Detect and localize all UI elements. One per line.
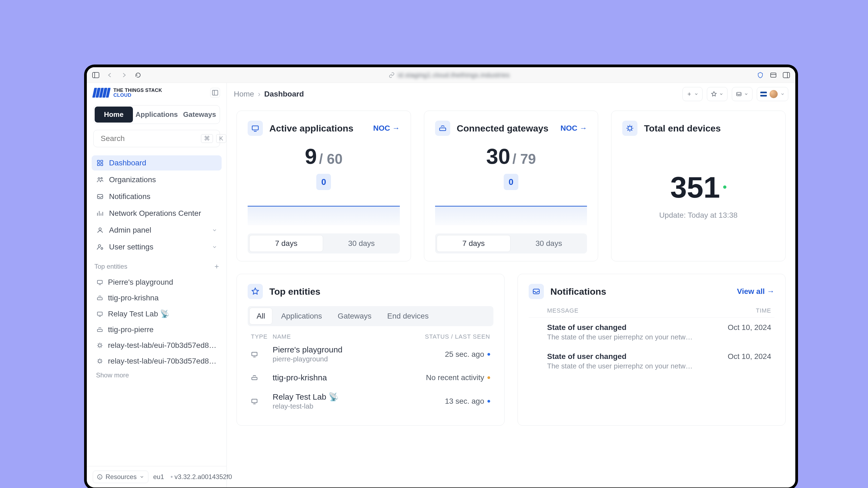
delta-pill: 0 <box>316 174 331 190</box>
apps-icon <box>248 121 263 136</box>
noc-link[interactable]: NOC → <box>560 124 587 133</box>
device-inner: id.staging1.cloud.thethings.industries <box>87 67 795 487</box>
notification-row[interactable]: State of user changedThe state of the us… <box>529 347 774 376</box>
url-bar[interactable]: id.staging1.cloud.thethings.industries <box>148 71 750 79</box>
panel-top-entities: Top entities All Applications Gateways E… <box>237 274 504 426</box>
collapse-sidebar-button[interactable] <box>210 88 220 98</box>
logo[interactable]: THE THINGS STACK CLOUD <box>93 88 162 98</box>
svg-rect-27 <box>98 360 101 362</box>
menu-organizations[interactable]: Organizations <box>92 172 222 187</box>
crumb-home[interactable]: Home <box>234 90 254 98</box>
svg-point-17 <box>99 228 101 230</box>
account-menu[interactable] <box>757 87 788 101</box>
tabs-icon[interactable] <box>782 71 790 79</box>
entity-item[interactable]: relay-test-lab/eui-70b3d57ed8000... <box>92 354 222 368</box>
star-button[interactable] <box>707 87 727 101</box>
entity-item[interactable]: Relay Test Lab 📡 <box>92 306 222 321</box>
resources-button[interactable]: Resources <box>93 470 148 483</box>
status-dot <box>488 376 490 379</box>
panel-title: Top entities <box>269 286 320 297</box>
menu-label: User settings <box>109 242 153 251</box>
avatar <box>770 90 778 98</box>
live-dot-icon <box>723 186 726 189</box>
sparkline <box>435 206 587 225</box>
sidebar: THE THINGS STACK CLOUD Home Applications… <box>87 83 227 487</box>
noc-link[interactable]: NOC → <box>373 124 400 133</box>
seg-30d[interactable]: 30 days <box>512 235 585 252</box>
svg-rect-22 <box>97 298 102 300</box>
notification-row[interactable]: State of user changedThe state of the us… <box>529 318 774 347</box>
sparkline <box>248 206 400 225</box>
back-icon[interactable] <box>106 71 114 79</box>
chevron-down-icon <box>140 475 144 479</box>
svg-rect-2 <box>771 73 776 77</box>
card-title: Active applications <box>269 123 353 134</box>
table-header: TYPE NAME STATUS / LAST SEEN <box>248 333 493 340</box>
app-icon <box>251 351 269 358</box>
svg-rect-26 <box>98 344 101 347</box>
search-input[interactable] <box>101 134 198 143</box>
chevron-down-icon <box>780 92 785 96</box>
sidebar-toggle-icon[interactable] <box>92 71 100 79</box>
menu-dashboard[interactable]: Dashboard <box>92 155 222 170</box>
seg-30d[interactable]: 30 days <box>325 235 398 252</box>
menu-label: Notifications <box>109 192 151 201</box>
organizations-icon <box>96 176 104 184</box>
menu-user-settings[interactable]: User settings <box>92 239 222 255</box>
main: Home › Dashboard <box>227 83 795 487</box>
user-settings-icon <box>96 243 104 251</box>
device-icon <box>96 341 104 349</box>
seg-7d[interactable]: 7 days <box>437 235 510 252</box>
shield-icon[interactable] <box>756 71 764 79</box>
app-icon <box>96 279 104 286</box>
entity-item[interactable]: Pierre's playground <box>92 275 222 289</box>
tab-gateways[interactable]: Gateways <box>181 106 219 123</box>
menu-label: Admin panel <box>109 226 151 234</box>
table-row[interactable]: Relay Test Lab 📡relay-test-lab 13 sec. a… <box>248 387 493 415</box>
card-end-devices: Total end devices 351 Update: Today at 1… <box>611 110 785 261</box>
filter-all[interactable]: All <box>249 308 272 325</box>
table-row[interactable]: Pierre's playgroundpierre-playground 25 … <box>248 340 493 368</box>
inbox-icon <box>529 284 544 299</box>
seg-7d[interactable]: 7 days <box>249 235 323 252</box>
inbox-button[interactable] <box>732 87 752 101</box>
star-icon <box>248 284 263 299</box>
chevron-down-icon <box>694 92 699 96</box>
table-row[interactable]: ttig-pro-krishna No recent activity <box>248 368 493 387</box>
reload-icon[interactable] <box>134 71 142 79</box>
resources-label: Resources <box>105 473 137 481</box>
gateways-icon <box>435 121 450 136</box>
menu-noc[interactable]: Network Operations Center <box>92 206 222 221</box>
inbox-icon <box>736 91 742 97</box>
stat-apps: 9 / 60 <box>248 144 400 169</box>
search-box[interactable]: ⌘ K <box>93 130 220 147</box>
version-label: v3.32.2.a0014352f0 <box>169 473 232 481</box>
svg-rect-23 <box>97 312 102 315</box>
filter-apps[interactable]: Applications <box>274 308 329 325</box>
menu-label: Organizations <box>109 175 156 184</box>
filter-devs[interactable]: End devices <box>380 308 436 325</box>
menu-notifications[interactable]: Notifications <box>92 189 222 204</box>
cluster-flag-icon <box>760 92 767 97</box>
show-more-button[interactable]: Show more <box>96 371 217 379</box>
nav-tabs: Home Applications Gateways <box>93 105 220 124</box>
menu-admin[interactable]: Admin panel <box>92 223 222 238</box>
filter-gws[interactable]: Gateways <box>331 308 379 325</box>
add-entity-button[interactable]: + <box>215 262 219 271</box>
entity-item[interactable]: ttig-pro-krishna <box>92 291 222 305</box>
chevron-down-icon <box>212 227 217 233</box>
stat-devices: 351 <box>670 170 727 204</box>
svg-point-14 <box>98 177 100 180</box>
range-segment: 7 days 30 days <box>248 233 400 254</box>
entity-item[interactable]: ttig-pro-pierre <box>92 323 222 337</box>
tab-applications[interactable]: Applications <box>134 106 180 123</box>
add-button[interactable] <box>682 87 703 101</box>
svg-rect-4 <box>783 72 789 78</box>
entity-item[interactable]: relay-test-lab/eui-70b3d57ed8000... <box>92 338 222 352</box>
tab-home[interactable]: Home <box>95 106 133 123</box>
entity-list: Pierre's playground ttig-pro-krishna Rel… <box>92 275 222 368</box>
forward-icon[interactable] <box>120 71 128 79</box>
share-icon[interactable] <box>769 71 777 79</box>
menu-label: Dashboard <box>109 159 146 167</box>
view-all-link[interactable]: View all → <box>737 287 774 296</box>
